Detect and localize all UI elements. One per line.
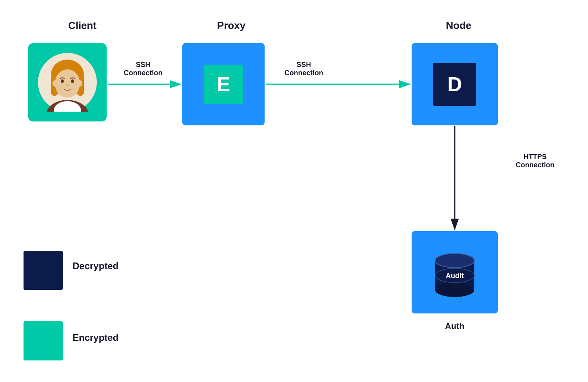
ssh-connection-label-2: SSH Connection bbox=[278, 61, 329, 77]
legend-encrypted-box bbox=[24, 321, 63, 360]
node-inner: D bbox=[433, 63, 476, 106]
svg-point-9 bbox=[71, 80, 74, 83]
svg-point-11 bbox=[53, 80, 57, 87]
legend-decrypted-label: Decrypted bbox=[73, 261, 118, 272]
svg-point-10 bbox=[66, 85, 69, 86]
diagram-container: Client Proxy Node bbox=[0, 0, 588, 382]
svg-point-16 bbox=[435, 283, 474, 297]
node-box: D bbox=[412, 43, 498, 125]
client-label: Client bbox=[43, 20, 122, 32]
auth-label: Auth bbox=[412, 321, 498, 331]
proxy-letter: E bbox=[217, 72, 230, 96]
proxy-box: E bbox=[182, 43, 265, 125]
legend-decrypted-box bbox=[24, 251, 63, 290]
https-connection-label: HTTPS Connection bbox=[508, 153, 563, 169]
svg-point-7 bbox=[55, 69, 80, 98]
client-box bbox=[28, 43, 107, 121]
ssh-connection-label-1: SSH Connection bbox=[118, 61, 169, 77]
proxy-label: Proxy bbox=[192, 20, 270, 32]
svg-point-8 bbox=[61, 80, 64, 83]
auth-box: Audit bbox=[412, 231, 498, 313]
svg-text:Audit: Audit bbox=[446, 272, 464, 280]
avatar bbox=[38, 53, 97, 112]
legend-encrypted-label: Encrypted bbox=[73, 332, 118, 343]
svg-point-12 bbox=[78, 80, 82, 87]
node-label: Node bbox=[416, 20, 502, 32]
database-icon: Audit bbox=[427, 245, 482, 300]
proxy-inner: E bbox=[204, 65, 243, 104]
node-letter: D bbox=[447, 72, 462, 96]
